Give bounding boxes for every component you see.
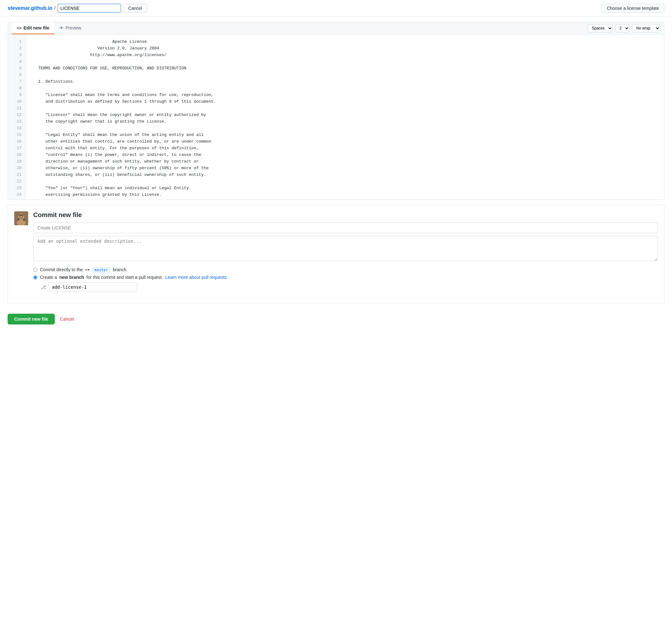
choose-license-button[interactable]: Choose a license template — [601, 4, 665, 13]
top-bar: stevemar.github.io / Cancel Choose a lic… — [0, 0, 672, 17]
radio-new-middle: for this commit and start a pull request… — [87, 275, 163, 280]
editor-panel: <> Edit new file 👁 Preview SpacesTabs 24… — [7, 22, 665, 200]
tab-edit[interactable]: <> Edit new file — [12, 22, 54, 34]
radio-direct-label[interactable]: Commit directly to the ⊶ master branch. — [40, 267, 128, 272]
line-number: 6 — [8, 72, 25, 78]
code-content[interactable]: Apache License Version 2.0, January 2004… — [26, 35, 664, 199]
commit-description-input[interactable] — [33, 236, 658, 261]
filename-input[interactable] — [58, 4, 121, 13]
radio-direct-option: Commit directly to the ⊶ master branch. — [33, 267, 658, 272]
line-number: 20 — [8, 165, 25, 171]
cancel-bottom-button[interactable]: Cancel — [59, 314, 75, 324]
branch-input-row: ⎇ — [41, 282, 658, 292]
breadcrumb: stevemar.github.io / Cancel — [7, 4, 601, 13]
commit-message-input[interactable] — [33, 222, 658, 233]
master-badge: master — [92, 267, 110, 273]
line-number: 17 — [8, 145, 25, 151]
line-number: 5 — [8, 65, 25, 72]
line-number: 12 — [8, 112, 25, 118]
line-number: 3 — [8, 52, 25, 58]
line-number: 21 — [8, 171, 25, 178]
tab-edit-label: Edit new file — [23, 25, 49, 30]
line-number: 2 — [8, 45, 25, 52]
line-number: 19 — [8, 158, 25, 165]
repo-link[interactable]: stevemar.github.io — [7, 5, 52, 11]
line-number: 25 — [8, 198, 25, 199]
editor-toolbar: SpacesTabs 24 8 No wrapSoft wrap — [588, 24, 660, 32]
line-number: 8 — [8, 85, 25, 92]
avatar-image — [14, 211, 28, 225]
editor-tabs: <> Edit new file 👁 Preview SpacesTabs 24… — [8, 22, 664, 35]
spaces-select[interactable]: SpacesTabs — [588, 24, 613, 32]
tab-preview-label: Preview — [66, 25, 82, 30]
commit-button[interactable]: Commit new file — [7, 314, 55, 325]
edit-icon: <> — [17, 26, 22, 30]
avatar — [14, 211, 28, 225]
radio-direct-suffix: branch. — [113, 267, 128, 272]
wrap-select[interactable]: No wrapSoft wrap — [632, 24, 660, 32]
line-number: 4 — [8, 58, 25, 65]
branch-icon: ⎇ — [41, 285, 46, 290]
code-editor: 1234567891011121314151617181920212223242… — [8, 35, 664, 199]
radio-direct-text: Commit directly to the — [40, 267, 83, 272]
line-number: 22 — [8, 178, 25, 185]
pull-request-link[interactable]: Learn more about pull requests. — [165, 275, 228, 280]
bottom-buttons: Commit new file Cancel — [0, 309, 672, 332]
commit-section: Commit new file Commit directly to the ⊶… — [7, 205, 665, 304]
line-number: 10 — [8, 98, 25, 105]
svg-rect-5 — [19, 215, 24, 216]
svg-point-4 — [22, 216, 23, 217]
indent-select[interactable]: 24 8 — [615, 24, 630, 32]
line-number: 13 — [8, 118, 25, 125]
radio-direct[interactable] — [33, 268, 37, 272]
breadcrumb-separator: / — [54, 5, 55, 11]
line-number: 24 — [8, 191, 25, 198]
commit-header-row: Commit new file Commit directly to the ⊶… — [14, 211, 658, 297]
radio-new-label[interactable]: Create a new branch for this commit and … — [40, 275, 228, 280]
line-number: 16 — [8, 138, 25, 145]
branch-name-input[interactable] — [48, 282, 137, 292]
line-number: 9 — [8, 92, 25, 98]
commit-form: Commit new file Commit directly to the ⊶… — [33, 211, 658, 297]
radio-options: Commit directly to the ⊶ master branch. … — [33, 267, 658, 292]
svg-point-3 — [20, 216, 21, 217]
line-number: 1 — [8, 38, 25, 45]
line-number: 18 — [8, 151, 25, 158]
line-number: 11 — [8, 105, 25, 112]
commit-title: Commit new file — [33, 211, 658, 219]
line-number: 7 — [8, 78, 25, 85]
line-numbers: 1234567891011121314151617181920212223242… — [8, 35, 26, 199]
line-number: 14 — [8, 125, 25, 131]
radio-new[interactable] — [33, 275, 37, 280]
radio-new-option: Create a new branch for this commit and … — [33, 275, 658, 280]
cancel-top-button[interactable]: Cancel — [123, 4, 148, 13]
preview-icon: 👁 — [60, 26, 64, 30]
radio-new-bold: new branch — [59, 275, 84, 280]
radio-new-text: Create a — [40, 275, 57, 280]
tab-preview[interactable]: 👁 Preview — [54, 22, 87, 34]
line-number: 23 — [8, 185, 25, 191]
line-number: 15 — [8, 131, 25, 138]
